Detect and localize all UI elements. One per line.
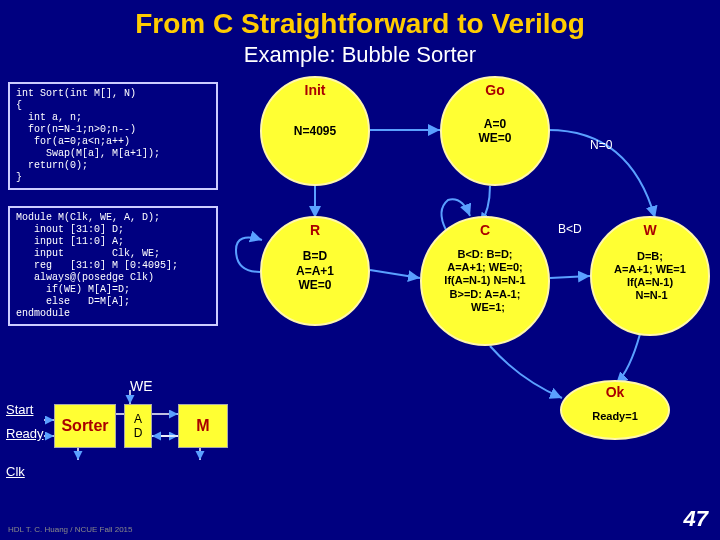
c-code-block: int Sort(int M[], N) { int a, n; for(n=N… [8, 82, 218, 190]
block-sorter: Sorter [54, 404, 116, 448]
state-c-body: B<D: B=D; A=A+1; WE=0; If(A=N-1) N=N-1 B… [444, 248, 525, 314]
state-c: C B<D: B=D; A=A+1; WE=0; If(A=N-1) N=N-1… [420, 216, 550, 346]
state-go: Go A=0 WE=0 [440, 76, 550, 186]
edge-label-bd: B<D [558, 222, 582, 236]
state-init-name: Init [305, 82, 326, 98]
signal-start: Start [6, 402, 33, 417]
state-r: R B=D A=A+1 WE=0 [260, 216, 370, 326]
slide-subtitle: Example: Bubble Sorter [0, 42, 720, 68]
state-c-name: C [480, 222, 490, 238]
state-init-body: N=4095 [294, 124, 336, 138]
state-w-body: D=B; A=A+1; WE=1 If(A=N-1) N=N-1 [614, 250, 686, 303]
slide-title: From C Straightforward to Verilog [0, 0, 720, 40]
state-go-name: Go [485, 82, 504, 98]
state-r-body: B=D A=A+1 WE=0 [296, 249, 334, 292]
page-number: 47 [684, 506, 708, 532]
state-w: W D=B; A=A+1; WE=1 If(A=N-1) N=N-1 [590, 216, 710, 336]
state-ok: Ok Ready=1 [560, 380, 670, 440]
state-ok-body: Ready=1 [592, 410, 638, 423]
block-m: M [178, 404, 228, 448]
block-ad: A D [124, 404, 152, 448]
edge-label-n0: N=0 [590, 138, 612, 152]
state-r-name: R [310, 222, 320, 238]
state-init: Init N=4095 [260, 76, 370, 186]
state-w-name: W [643, 222, 656, 238]
signal-ready: Ready [6, 426, 44, 441]
footer-text: HDL T. C. Huang / NCUE Fall 2015 [8, 525, 133, 534]
port-d: D [134, 426, 143, 440]
state-go-body: A=0 WE=0 [478, 117, 511, 146]
signal-we: WE [130, 378, 153, 394]
verilog-code-block: Module M(Clk, WE, A, D); inout [31:0] D;… [8, 206, 218, 326]
signal-clk: Clk [6, 464, 25, 479]
port-a: A [134, 412, 142, 426]
state-ok-name: Ok [606, 384, 625, 400]
